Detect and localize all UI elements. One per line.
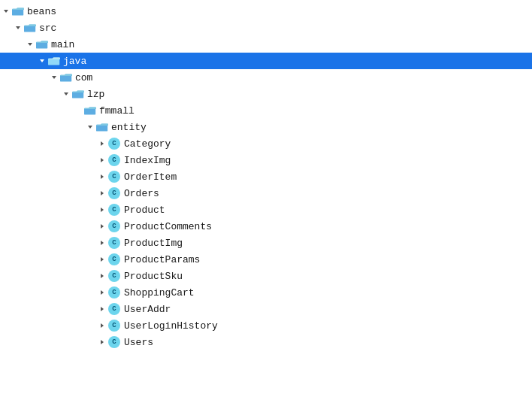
svg-marker-0 [4, 10, 8, 13]
item-label: ProductSku [124, 271, 183, 282]
tree-item-beans[interactable]: beans [0, 3, 532, 20]
tree-item-Orders[interactable]: COrders [0, 185, 532, 202]
svg-rect-9 [60, 75, 71, 82]
item-label: Orders [124, 188, 159, 199]
class-badge-icon: C [108, 138, 120, 150]
item-label: src [39, 23, 56, 34]
class-badge-icon: C [108, 253, 120, 265]
toggle-icon[interactable] [36, 57, 48, 65]
tree-item-Product[interactable]: CProduct [0, 202, 532, 218]
toggle-icon[interactable] [96, 156, 108, 164]
tree-item-Category[interactable]: CCategory [0, 135, 532, 152]
item-label: ShoppingCart [124, 287, 195, 299]
svg-marker-15 [101, 141, 104, 146]
class-badge-icon: C [108, 336, 120, 348]
item-label: lzp [87, 89, 104, 100]
toggle-icon[interactable] [96, 289, 108, 296]
tree-item-Users[interactable]: CUsers [0, 334, 532, 350]
tree-item-src[interactable]: src [0, 20, 532, 36]
class-badge-icon: C [108, 237, 120, 249]
class-badge-icon: C [108, 220, 120, 232]
svg-rect-1 [12, 9, 23, 16]
svg-marker-4 [28, 43, 32, 46]
tree-item-ProductImg[interactable]: CProductImg [0, 235, 532, 251]
svg-marker-24 [101, 290, 104, 295]
toggle-icon[interactable] [96, 206, 108, 214]
item-label: IndexImg [124, 155, 171, 166]
svg-rect-11 [72, 92, 83, 98]
item-label: main [51, 39, 74, 50]
class-badge-icon: C [108, 270, 120, 282]
folder-icon [60, 72, 72, 83]
item-label: Product [124, 205, 165, 216]
toggle-icon[interactable] [0, 8, 12, 15]
file-tree: beans src main java com lzp fmmall entit… [0, 0, 532, 353]
toggle-icon[interactable] [96, 140, 108, 147]
svg-rect-3 [24, 26, 35, 32]
svg-marker-20 [101, 224, 104, 229]
svg-marker-27 [101, 340, 104, 344]
toggle-icon[interactable] [96, 239, 108, 247]
folder-icon [36, 39, 48, 50]
svg-marker-23 [101, 274, 104, 278]
svg-marker-18 [101, 191, 104, 195]
toggle-icon[interactable] [96, 305, 108, 313]
svg-marker-6 [40, 59, 44, 62]
toggle-icon[interactable] [48, 74, 60, 81]
tree-item-UserLoginHistory[interactable]: CUserLoginHistory [0, 317, 532, 334]
toggle-icon[interactable] [96, 322, 108, 329]
item-label: entity [111, 122, 147, 133]
tree-item-java[interactable]: java [0, 53, 532, 69]
svg-marker-10 [64, 92, 68, 95]
class-badge-icon: C [108, 187, 120, 199]
svg-marker-13 [88, 126, 92, 129]
tree-item-main[interactable]: main [0, 36, 532, 53]
tree-item-IndexImg[interactable]: CIndexImg [0, 152, 532, 168]
svg-marker-21 [101, 241, 104, 245]
folder-icon [24, 23, 36, 33]
toggle-icon[interactable] [96, 223, 108, 230]
item-label: ProductComments [124, 221, 212, 232]
class-badge-icon: C [108, 286, 120, 299]
class-badge-icon: C [108, 154, 120, 166]
svg-marker-17 [101, 174, 104, 179]
item-label: UserLoginHistory [124, 320, 218, 332]
item-label: Category [124, 138, 171, 150]
toggle-icon[interactable] [96, 189, 108, 197]
toggle-icon[interactable] [96, 338, 108, 346]
tree-item-entity[interactable]: entity [0, 119, 532, 135]
tree-item-fmmall[interactable]: fmmall [0, 102, 532, 119]
item-label: fmmall [99, 105, 135, 117]
item-label: OrderItem [124, 171, 177, 183]
tree-item-ShoppingCart[interactable]: CShoppingCart [0, 284, 532, 301]
item-label: UserAddr [124, 304, 171, 315]
item-label: com [75, 72, 92, 83]
toggle-icon[interactable] [96, 272, 108, 280]
toggle-icon[interactable] [12, 24, 24, 32]
svg-rect-12 [84, 108, 95, 115]
toggle-icon[interactable] [60, 90, 72, 98]
tree-item-UserAddr[interactable]: CUserAddr [0, 301, 532, 317]
folder-icon [96, 122, 108, 132]
tree-item-ProductComments[interactable]: CProductComments [0, 218, 532, 235]
tree-item-OrderItem[interactable]: COrderItem [0, 168, 532, 185]
class-badge-icon: C [108, 303, 120, 315]
toggle-icon[interactable] [84, 123, 96, 131]
svg-rect-14 [96, 125, 107, 132]
toggle-icon[interactable] [96, 256, 108, 263]
folder-icon [84, 105, 96, 116]
toggle-icon[interactable] [96, 173, 108, 180]
svg-marker-16 [101, 158, 104, 162]
tree-item-lzp[interactable]: lzp [0, 86, 532, 102]
tree-item-ProductSku[interactable]: CProductSku [0, 268, 532, 284]
svg-marker-8 [52, 76, 56, 79]
svg-marker-26 [101, 323, 104, 328]
folder-icon [12, 6, 24, 17]
item-label: beans [27, 6, 56, 17]
item-label: java [63, 56, 86, 67]
toggle-icon[interactable] [24, 41, 36, 48]
svg-rect-5 [36, 42, 47, 49]
tree-item-ProductParams[interactable]: CProductParams [0, 251, 532, 268]
tree-item-com[interactable]: com [0, 69, 532, 86]
class-badge-icon: C [108, 171, 120, 183]
